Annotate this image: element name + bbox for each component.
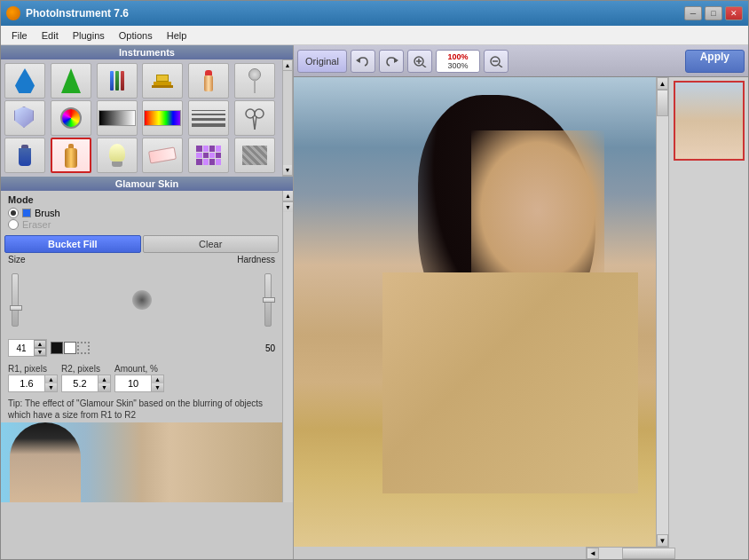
tool-water-drop[interactable] [4,63,45,99]
tool-lipstick[interactable] [188,63,229,99]
hardness-slider-container [261,270,275,330]
cloth-icon [242,146,267,165]
tool-bulb[interactable] [97,138,138,173]
scroll-down-button[interactable]: ▼ [657,534,668,547]
tool-mosaic[interactable] [188,138,229,173]
redo-button[interactable] [379,50,404,73]
tool-bottle[interactable] [51,138,91,173]
zoom-in-icon [413,55,427,67]
mode-area: Mode Brush Eraser [1,191,282,233]
menu-plugins[interactable]: Plugins [66,28,112,43]
color-boxes [51,342,90,354]
tool-pin[interactable] [234,63,275,99]
r2-down-button[interactable]: ▼ [98,383,110,391]
zoom-out-button[interactable] [484,50,509,73]
apply-button[interactable]: Apply [685,50,745,73]
brush-option[interactable]: Brush [8,208,275,218]
tool-stamp[interactable] [142,63,183,99]
tool-shield[interactable] [4,100,45,136]
app-icon [6,6,20,20]
brush-preview-area [26,290,257,310]
eraser-radio[interactable] [8,219,19,230]
menu-file[interactable]: File [4,28,35,43]
params-row: R1, pixels ▲ ▼ R2, pixe [1,360,282,396]
thumb-inner [675,83,743,159]
minimize-button[interactable]: ─ [684,6,702,20]
tool-cup[interactable] [4,138,45,173]
tool-eraser[interactable] [142,138,183,173]
rainbow-icon [144,110,181,126]
scroll-thumb-h[interactable] [622,548,675,559]
hardness-slider[interactable] [264,273,272,327]
amount-spinners: ▲ ▼ [151,375,163,391]
hardness-thumb[interactable] [263,297,275,303]
bucket-fill-button[interactable]: Bucket Fill [4,235,141,253]
size-thumb[interactable] [10,305,22,311]
bulb-icon [109,144,125,167]
size-down-button[interactable]: ▼ [34,348,46,356]
face-element [471,130,604,290]
glamour-content: Mode Brush Eraser [1,191,282,502]
close-button[interactable]: ✕ [725,6,743,20]
scroll-thumb-v[interactable] [657,90,668,116]
zoom-percent: 100% [447,52,468,61]
scroll-left-button[interactable]: ◄ [587,548,599,559]
amount-up-button[interactable]: ▲ [151,375,163,383]
tip-text: Tip: The effect of "Glamour Skin" based … [1,396,282,422]
scroll-corner-left [294,547,587,559]
mosaic-icon [196,146,221,165]
r1-down-button[interactable]: ▼ [44,383,57,391]
instruments-scrollbar: ▲ ▼ [282,59,293,177]
r1-input[interactable] [9,375,44,391]
color-wheel-icon [60,107,82,129]
transparent-color-box[interactable] [77,342,90,354]
maximize-button[interactable]: □ [705,6,722,20]
tool-lines[interactable] [188,100,229,136]
size-up-button[interactable]: ▲ [34,340,46,348]
redo-icon [384,55,398,67]
scroll-track-h [599,548,656,559]
zoom-in-button[interactable] [407,50,432,73]
original-button[interactable]: Original [297,50,347,73]
instruments-scroll-down[interactable]: ▼ [283,165,292,176]
amount-down-button[interactable]: ▼ [151,383,163,391]
r1-group: R1, pixels ▲ ▼ [8,364,58,392]
size-input[interactable] [9,340,34,356]
foreground-color-box[interactable] [51,342,63,354]
glamour-scrollbar: ▲ ▼ [282,191,293,502]
instruments-grid [1,59,282,177]
r2-input[interactable] [62,375,98,391]
titlebar-left: PhotoInstrument 7.6 [6,6,129,20]
tool-cloth[interactable] [234,138,275,173]
brush-radio[interactable] [8,208,19,218]
scroll-up-button[interactable]: ▲ [657,77,668,90]
undo-button[interactable] [351,50,375,73]
r1-up-button[interactable]: ▲ [44,375,57,383]
tool-rainbow[interactable] [142,100,183,136]
tool-gradient[interactable] [97,100,138,136]
thumbnail-panel [668,77,748,547]
menu-options[interactable]: Options [112,28,160,43]
background-color-box[interactable] [64,342,76,354]
tool-pencils[interactable] [97,63,138,99]
thumbnail-image [674,81,745,161]
bottom-scroll-area: ◄ ► [294,547,748,559]
canvas-viewport[interactable]: ↙ [294,77,656,547]
menu-edit[interactable]: Edit [35,28,66,43]
glamour-scroll-down[interactable]: ▼ [283,201,293,212]
size-slider[interactable] [12,273,19,327]
instruments-scroll-up[interactable]: ▲ [283,60,292,71]
glamour-scroll-up[interactable]: ▲ [283,191,293,201]
amount-input[interactable] [115,375,151,391]
amount-label: Amount, % [114,364,164,374]
r2-up-button[interactable]: ▲ [98,375,110,383]
tool-color-wheel[interactable] [51,100,91,136]
clear-button[interactable]: Clear [143,235,280,253]
menu-help[interactable]: Help [160,28,194,43]
brush-label: Brush [35,208,60,218]
tool-scissors[interactable] [234,100,275,136]
tool-tree[interactable] [51,63,91,99]
eraser-option[interactable]: Eraser [8,219,275,230]
toolbar: Original 100% 300% Apply [294,45,748,77]
svg-marker-5 [394,58,398,63]
